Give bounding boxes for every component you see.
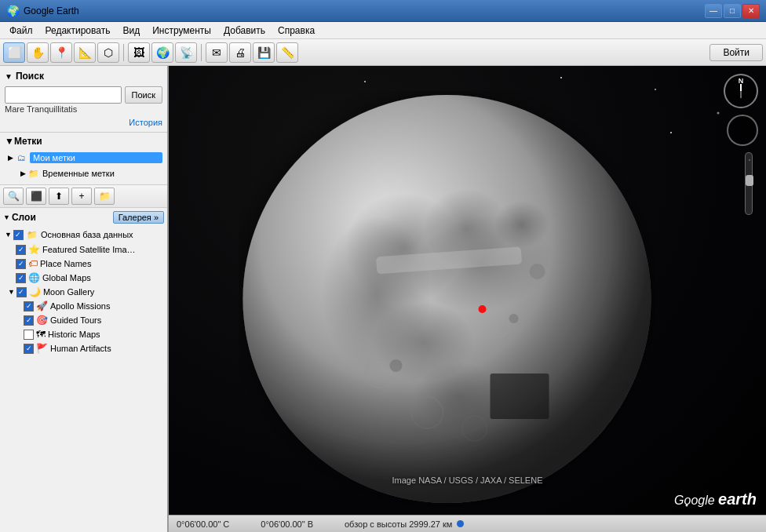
search-title: Поиск	[16, 71, 44, 82]
toolbar-print-btn[interactable]: 🖨	[229, 42, 251, 63]
menu-edit[interactable]: Редактировать	[39, 24, 117, 38]
bookmarks-header: ▼ Метки	[5, 136, 162, 147]
human-artifacts-row[interactable]: ✓ 🚩 Human Artifacts	[3, 341, 164, 355]
menu-file[interactable]: Файл	[3, 24, 39, 38]
search-input[interactable]	[5, 86, 122, 104]
status-dot	[457, 520, 464, 527]
featured-icon: ⭐	[28, 244, 40, 255]
apollo-row[interactable]: ✓ 🚀 Apollo Missions	[3, 299, 164, 313]
current-place: Mare Tranquillitatis	[5, 104, 77, 114]
app-title: Google Earth	[24, 5, 79, 16]
db-checkbox[interactable]: ✓	[13, 230, 24, 240]
menu-view[interactable]: Вид	[116, 24, 146, 38]
search-header: ▼ Поиск	[5, 71, 162, 82]
global-maps-row[interactable]: ✓ 🌐 Global Maps	[3, 271, 164, 285]
historicmaps-label: Historic Maps	[48, 330, 100, 339]
toolbar-polygon-btn[interactable]: ⬡	[97, 42, 119, 63]
layers-mini-btn[interactable]: ⬛	[26, 188, 46, 205]
search-row: Поиск	[5, 86, 162, 104]
apollo-icon: 🚀	[36, 301, 48, 312]
layers-section: ▼ Слои Галерея » ▼ ✓ 📁 Основная база дан…	[0, 208, 167, 532]
status-lon: 0°06'00.00" В	[261, 519, 313, 529]
temp-expand-icon: ▶	[20, 169, 26, 177]
toolbar-path-btn[interactable]: 📐	[74, 42, 96, 63]
svg-point-4	[717, 112, 720, 115]
toolbar-map-btn[interactable]: ⬜	[3, 42, 25, 63]
gallery-tab[interactable]: Галерея »	[113, 211, 164, 224]
humanartifacts-label: Human Artifacts	[50, 344, 111, 353]
zoom-slider[interactable]	[745, 152, 753, 215]
menu-help[interactable]: Справка	[272, 24, 321, 38]
ge-logo-text: Google earth	[674, 494, 757, 507]
menu-tools[interactable]: Инструменты	[146, 24, 217, 38]
svg-point-40	[243, 95, 651, 503]
toolbar-nav-btn[interactable]: ✋	[27, 42, 49, 63]
humanartifacts-checkbox[interactable]: ✓	[24, 344, 34, 354]
maximize-button[interactable]: □	[724, 4, 741, 18]
layer-db-label: Основная база данных	[41, 230, 133, 239]
menu-bar: Файл Редактировать Вид Инструменты Добав…	[0, 22, 766, 39]
zoom-control	[745, 152, 753, 215]
moon-gallery-row[interactable]: ▼ ✓ 🌙 Moon Gallery	[3, 285, 164, 299]
place-names-row[interactable]: ✓ 🏷 Place Names	[3, 257, 164, 271]
search-button[interactable]: Поиск	[125, 86, 162, 104]
close-button[interactable]: ✕	[742, 4, 760, 18]
login-button[interactable]: Войти	[709, 44, 763, 61]
historicmaps-checkbox[interactable]	[24, 330, 34, 340]
placenames-label: Place Names	[40, 259, 91, 268]
moongallery-icon: 🌙	[29, 286, 41, 297]
add-folder-btn[interactable]: +	[71, 188, 92, 205]
toolbar-pin-btn[interactable]: 📍	[50, 42, 72, 63]
toolbar-save-btn[interactable]: 💾	[253, 42, 275, 63]
mini-toolbar: 🔍 ⬛ ⬆ + 📁	[0, 185, 167, 208]
menu-add[interactable]: Добавить	[217, 24, 272, 38]
minimize-button[interactable]: —	[705, 4, 722, 18]
layers-arrow: ▼	[3, 213, 10, 221]
compass-n-label: N	[739, 77, 744, 85]
toolbar-photo-btn[interactable]: 🖼	[128, 42, 150, 63]
globalmaps-icon: 🌐	[28, 272, 40, 283]
featured-satellite-row[interactable]: ✓ ⭐ Featured Satellite Ima…	[3, 242, 164, 257]
featured-checkbox[interactable]: ✓	[16, 245, 26, 255]
tilt-ring[interactable]	[727, 115, 758, 146]
search-arrow: ▼	[5, 72, 13, 81]
history-link[interactable]: История	[5, 118, 162, 127]
search-mini-btn[interactable]: 🔍	[3, 188, 24, 205]
nasa-credit: Image NASA / USGS / JAXA / SELENE	[392, 476, 543, 485]
ge-logo: Google earth	[674, 490, 757, 508]
temp-folder-icon: 📁	[27, 167, 40, 180]
bookmarks-section: ▼ Метки ▶ 🗂 Мои метки ▶ 📁 Временные метк…	[0, 133, 167, 185]
guidedtours-checkbox[interactable]: ✓	[24, 315, 34, 326]
svg-point-41	[478, 305, 486, 313]
bookmark-expand-row: ▶ 🗂 Мои метки	[5, 150, 162, 166]
main-layout: ▼ Поиск Поиск Mare Tranquillitatis Истор…	[0, 66, 766, 532]
toolbar-measure-btn[interactable]: 📏	[276, 42, 298, 63]
apollo-checkbox[interactable]: ✓	[24, 301, 34, 312]
globalmaps-checkbox[interactable]: ✓	[16, 273, 26, 283]
layer-db-row[interactable]: ▼ ✓ 📁 Основная база данных	[3, 227, 164, 242]
toolbar-email-btn[interactable]: ✉	[206, 42, 228, 63]
placenames-checkbox[interactable]: ✓	[16, 259, 26, 269]
temp-bookmarks-item[interactable]: ▶ 📁 Временные метки	[5, 166, 162, 181]
historic-maps-row[interactable]: 🗺 Historic Maps	[3, 327, 164, 341]
bookmark-folder-icon: 🗂	[15, 151, 27, 164]
compass: N	[724, 74, 758, 108]
my-bookmarks-item[interactable]: Мои метки	[30, 152, 162, 163]
map-area[interactable]: N Image NASA / USGS / JAXA / SELENE Goog…	[169, 66, 766, 532]
bookmark-expand-icon: ▶	[8, 154, 13, 162]
zoom-handle[interactable]	[746, 175, 753, 186]
guided-tours-row[interactable]: ✓ 🎯 Guided Tours	[3, 313, 164, 327]
more-options-btn[interactable]: 📁	[94, 188, 115, 205]
add-place-btn[interactable]: ⬆	[49, 188, 69, 205]
toolbar-earth-btn[interactable]: 🌍	[151, 42, 173, 63]
guidedtours-icon: 🎯	[36, 315, 48, 326]
svg-point-0	[364, 81, 366, 82]
toolbar-sky-btn[interactable]: 📡	[175, 42, 197, 63]
status-altitude: обзор с высоты 2999.27 км	[345, 519, 452, 529]
moongallery-checkbox[interactable]: ✓	[16, 287, 27, 297]
moon-svg	[239, 91, 655, 507]
app-icon: 🌍	[6, 5, 20, 17]
bookmarks-arrow: ▼	[5, 136, 14, 147]
db-folder-icon: 📁	[26, 228, 38, 241]
guidedtours-label: Guided Tours	[50, 315, 101, 325]
